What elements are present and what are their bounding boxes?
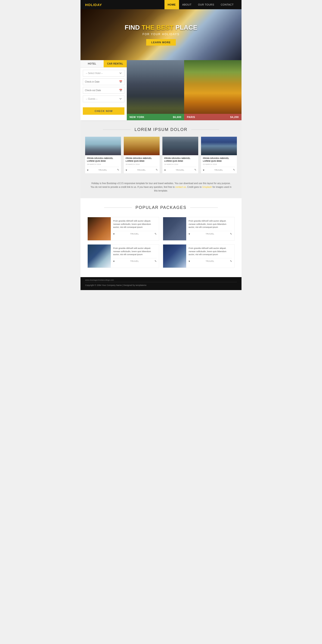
package-desc-1: Proin gravida nibhvell velit auctor aliq…	[113, 220, 156, 229]
package-info-1: Proin gravida nibhvell velit auctor aliq…	[111, 217, 159, 240]
unsplash-link[interactable]: Unsplash	[202, 186, 212, 188]
package-info-4: Proin gravida nibhvell velit auctor aliq…	[186, 244, 234, 268]
package-footer-3: ♥ TRAVEL ✎	[113, 258, 156, 263]
blog-date-3: 24 MARCH 2016	[164, 163, 196, 166]
pkg-tag-4: TRAVEL	[206, 260, 214, 262]
blog-footer-2: ♥ TRAVEL ✎	[126, 167, 158, 172]
check-now-button[interactable]: CHECK NOW	[83, 107, 124, 115]
blog-title-3: PROIN GRAVIDA NIBHVEL LOREM QUIS BIND	[164, 157, 196, 162]
pkg-edit-3[interactable]: ✎	[154, 260, 156, 263]
dest-footer-ny: NEW YORK $6,600	[127, 114, 184, 120]
package-info-3: Proin gravida nibhvell velit auctor aliq…	[111, 244, 159, 268]
package-footer-2: ♥ TRAVEL ✎	[188, 231, 232, 236]
destinations: NEW YORK $6,600 PARIS $4,200	[127, 60, 242, 120]
edit-icon-1[interactable]: ✎	[117, 168, 119, 172]
pkg-heart-1[interactable]: ♥	[113, 232, 115, 235]
package-card-2: Proin gravida nibhvell velit auctor aliq…	[163, 217, 234, 240]
packages-grid: Proin gravida nibhvell velit auctor aliq…	[80, 215, 242, 270]
edit-icon-2[interactable]: ✎	[156, 168, 158, 172]
blog-date-2: 26 MARCH 2016	[126, 163, 158, 166]
package-desc-3: Proin gravida nibhvell velit auctor aliq…	[113, 247, 156, 256]
navbar: HOLIDAY HOME ABOUT OUR TOURS CONTACT	[80, 0, 242, 9]
heart-icon-2[interactable]: ♥	[126, 169, 127, 172]
checkin-field[interactable]: 📅	[83, 78, 124, 85]
dest-name-ny: NEW YORK	[130, 116, 144, 118]
hero-section: FIND THE BEST PLACE FOR YOUR HOLIDAYS LE…	[80, 9, 242, 60]
autumn-image	[184, 60, 242, 120]
package-card-4: Proin gravida nibhvell velit auctor aliq…	[163, 244, 234, 268]
dest-price-ny: $6,600	[173, 116, 181, 118]
section2-header: POPULAR PACKAGES	[80, 198, 242, 215]
package-desc-4: Proin gravida nibhvell velit auctor aliq…	[188, 247, 232, 256]
nav-links: HOME ABOUT OUR TOURS CONTACT	[164, 0, 237, 9]
blog-tag-2: TRAVEL	[137, 169, 146, 171]
dest-paris[interactable]: PARIS $4,200	[184, 60, 242, 120]
package-desc-2: Proin gravida nibhvell velit auctor aliq…	[188, 220, 232, 229]
section2-title: POPULAR PACKAGES	[136, 205, 187, 210]
pkg-heart-3[interactable]: ♥	[113, 260, 115, 262]
checkout-field[interactable]: 📅	[83, 87, 124, 94]
heart-icon-1[interactable]: ♥	[87, 169, 88, 172]
nav-home[interactable]: HOME	[164, 0, 179, 9]
blog-date-1: 28 MARCH 2016	[87, 163, 119, 166]
section2-line-right	[190, 208, 218, 208]
package-img-2	[163, 217, 186, 240]
footer-designer[interactable]: templatemo	[136, 284, 146, 286]
nav-tours[interactable]: OUR TOURS	[195, 0, 218, 9]
contact-link[interactable]: contact us	[175, 186, 186, 188]
pkg-edit-1[interactable]: ✎	[154, 232, 156, 236]
nav-contact[interactable]: CONTACT	[218, 0, 237, 9]
pkg-heart-4[interactable]: ♥	[188, 260, 190, 262]
tab-car-rental[interactable]: CAR RENTAL	[104, 60, 127, 67]
blog-footer-3: ♥ TRAVEL ✎	[164, 167, 196, 172]
blog-content-4: PROIN GRAVIDA NIBHVEL LOREM QUIS BIND 22…	[201, 155, 237, 173]
dest-price-paris: $4,200	[230, 116, 239, 118]
footer: www.shantagechristiancollege.com Copyrig…	[80, 277, 242, 290]
package-img-1	[88, 217, 111, 240]
pkg-tag-2: TRAVEL	[206, 233, 214, 235]
pkg-edit-2[interactable]: ✎	[230, 232, 232, 236]
blog-grid: PROIN GRAVIDA NIBHVEL LOREM QUIS BIND 28…	[80, 137, 242, 178]
blog-date-4: 22 MARCH 2016	[203, 163, 235, 166]
booking-section: HOTEL CAR RENTAL -- Select Hotel -- 📅 📅 …	[80, 60, 242, 120]
info-text: Holiday is free Bootstrap v3.3.5 respons…	[80, 178, 242, 198]
section-line-right	[191, 130, 219, 130]
packages-section: POPULAR PACKAGES Proin gravida nibhvell …	[80, 198, 242, 277]
blog-card-4: PROIN GRAVIDA NIBHVEL LOREM QUIS BIND 22…	[201, 137, 237, 173]
blog-title-2: PROIN GRAVIDA NIBHVEL LOREM QUIS BIND	[126, 157, 158, 162]
nav-about[interactable]: ABOUT	[179, 0, 195, 9]
logo: HOLIDAY	[85, 3, 102, 7]
checkin-input[interactable]	[85, 80, 119, 83]
pkg-edit-4[interactable]: ✎	[230, 260, 232, 263]
guests-field[interactable]: -- Guests --	[83, 96, 124, 102]
guests-select[interactable]: -- Guests --	[85, 98, 122, 100]
blog-content-3: PROIN GRAVIDA NIBHVEL LOREM QUIS BIND 24…	[162, 155, 198, 173]
hotel-select[interactable]: -- Select Hotel --	[85, 72, 122, 75]
checkout-input[interactable]	[85, 89, 119, 92]
edit-icon-3[interactable]: ✎	[194, 168, 196, 172]
heart-icon-4[interactable]: ♥	[203, 169, 204, 172]
calendar-icon-2: 📅	[119, 89, 122, 92]
heart-icon-3[interactable]: ♥	[164, 169, 166, 172]
dest-new-york[interactable]: NEW YORK $6,600	[127, 60, 184, 120]
learn-more-button[interactable]: LEARN MORE	[146, 39, 176, 46]
edit-icon-4[interactable]: ✎	[233, 168, 235, 172]
blog-card-3: PROIN GRAVIDA NIBHVEL LOREM QUIS BIND 24…	[162, 137, 198, 173]
booking-tabs: HOTEL CAR RENTAL	[80, 60, 127, 68]
section1-header: LOREM IPSUM DOLOR	[80, 120, 242, 137]
blog-card-1: PROIN GRAVIDA NIBHVEL LOREM QUIS BIND 28…	[85, 137, 121, 173]
hotel-select-field[interactable]: -- Select Hotel --	[83, 70, 124, 76]
package-img-3	[88, 244, 111, 268]
blog-tag-3: TRAVEL	[176, 169, 184, 171]
booking-form: -- Select Hotel -- 📅 📅 -- Guests --	[80, 68, 127, 106]
package-img-4	[163, 244, 186, 268]
blog-tag-4: TRAVEL	[214, 169, 223, 171]
blog-img-rail	[162, 137, 198, 155]
package-footer-4: ♥ TRAVEL ✎	[188, 258, 232, 263]
section1-title: LOREM IPSUM DOLOR	[134, 127, 187, 132]
tab-hotel[interactable]: HOTEL	[80, 60, 104, 67]
hero-highlight: THE BEST	[142, 24, 174, 31]
package-card-1: Proin gravida nibhvell velit auctor aliq…	[88, 217, 159, 240]
city-image	[127, 60, 184, 120]
pkg-heart-2[interactable]: ♥	[188, 232, 190, 235]
